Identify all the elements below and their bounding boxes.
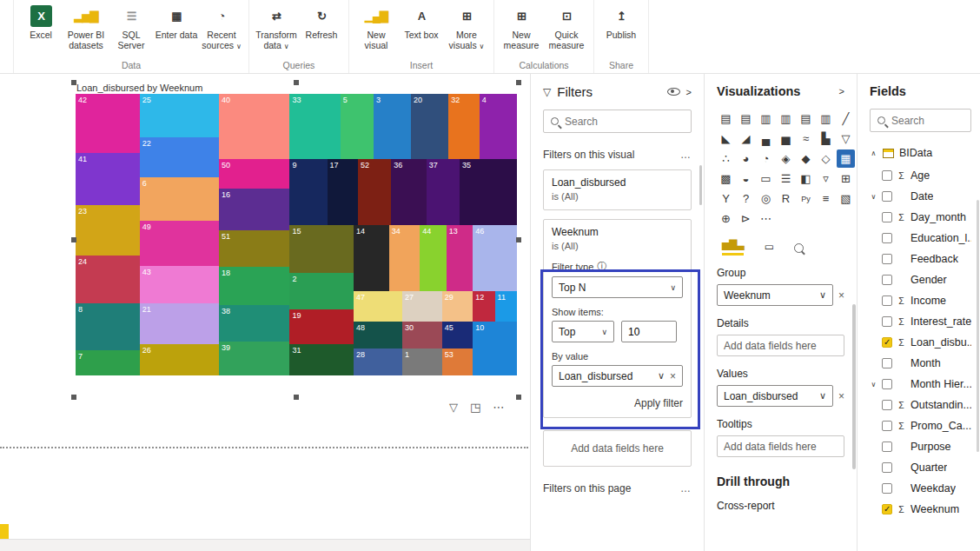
more-visuals-button[interactable]: ⊞ More visuals ∨ [445,5,488,52]
field-checkbox[interactable] [882,441,892,452]
fields-search-input[interactable] [891,115,963,127]
field-row[interactable]: Σ Loan_disbu... [870,332,971,353]
clustered-bar-chart-icon[interactable]: ▤ [737,110,755,128]
treemap-tile[interactable]: 22 [140,137,219,176]
100-stacked-bar-chart-icon[interactable]: ▤ [797,110,815,128]
treemap-tile[interactable]: 24 [76,256,140,303]
r-script-icon[interactable]: R [777,189,795,208]
publish-button[interactable]: ↥ Publish [599,5,643,42]
treemap-tile[interactable]: 35 [460,159,517,225]
treemap-tile[interactable]: 53 [442,349,473,375]
field-checkbox[interactable] [882,212,892,222]
treemap-tile[interactable]: 39 [219,342,289,375]
remove-field-icon[interactable]: × [838,289,844,302]
treemap-tile[interactable]: 52 [358,159,391,225]
field-row[interactable]: ∨ Month Hier... [870,374,971,395]
selection-handle[interactable] [71,395,76,400]
filter-card-weeknum[interactable]: Weeknum is (All) Filter type ⓘ Top N ∨ S… [543,219,692,418]
format-pane-tab[interactable]: ▭ [765,241,773,256]
section-more-icon[interactable]: … [680,149,692,161]
smart-narrative-icon[interactable]: ≡ [817,189,835,208]
treemap-tile[interactable]: 16 [219,189,289,231]
power-automate-icon[interactable]: ⊳ [737,209,755,228]
gauge-icon[interactable]: ◒ [737,169,755,188]
field-checkbox[interactable] [882,191,892,202]
field-row[interactable]: Quarter [870,457,971,478]
matrix-icon[interactable]: ▩ [717,169,735,188]
add-filter-fields-dropzone[interactable]: Add data fields here [543,430,692,467]
analytics-pane-tab[interactable] [794,243,804,256]
field-row[interactable]: Σ Day_month [870,207,971,228]
field-checkbox[interactable] [882,483,892,494]
treemap-tile[interactable]: 10 [473,322,517,375]
treemap-tile[interactable]: 50 [219,159,289,189]
treemap-tile[interactable]: 47 [354,291,402,322]
field-row[interactable]: Σ Interest_rate [870,311,971,332]
treemap-tile[interactable]: 23 [76,205,140,256]
filter-card-loan-disbursed[interactable]: Loan_disbursed is (All) [543,169,692,210]
group-field-pill[interactable]: Weeknum ∨ [717,284,833,306]
card-icon[interactable]: ▭ [757,169,775,188]
filters-search-input[interactable] [565,116,684,128]
treemap-tile[interactable]: 41 [76,153,140,205]
treemap-tile[interactable]: 13 [447,225,473,291]
treemap-tile[interactable]: 46 [473,225,517,291]
field-row[interactable]: Feedback [870,249,971,269]
by-value-field-pill[interactable]: Loan_disbursed ∨ × [552,365,683,387]
filter-type-dropdown[interactable]: Top N ∨ [552,276,683,298]
line-stacked-column-chart-icon[interactable]: ▄ [757,129,775,148]
selection-handle[interactable] [71,237,76,242]
field-checkbox[interactable] [882,275,892,285]
treemap-tile[interactable]: 21 [140,303,219,344]
area-chart-icon[interactable]: ◣ [717,129,735,148]
treemap-tile[interactable]: 43 [140,266,219,304]
stacked-area-chart-icon[interactable]: ◢ [737,129,755,148]
info-icon[interactable]: ⓘ [597,260,606,273]
field-checkbox[interactable] [882,421,892,431]
treemap-tile[interactable]: 37 [427,159,460,225]
get-more-visuals-icon[interactable]: ⋯ [757,209,775,228]
treemap-tile[interactable]: 2 [289,273,354,309]
field-row[interactable]: Σ Income [870,290,971,311]
new-measure-button[interactable]: ⊞ New measure [500,5,543,52]
treemap-tile[interactable]: 45 [442,322,473,349]
visualizations-scrollbar[interactable] [852,304,856,469]
treemap-tile[interactable]: 26 [140,344,219,375]
details-dropzone[interactable]: Add data fields here [717,335,844,356]
focus-mode-icon[interactable]: ◳ [470,401,480,414]
fields-pane-tab[interactable]: ▅▇▃ [722,238,744,256]
refresh-button[interactable]: ↻ Refresh [300,5,343,42]
selection-handle[interactable] [71,80,76,85]
sql-server-button[interactable]: ☰ SQL Server [109,5,153,52]
apply-filter-button[interactable]: Apply filter [552,397,683,409]
field-row[interactable]: Σ Promo_Ca... [870,415,971,436]
field-row[interactable]: Purpose [870,436,971,457]
treemap-icon[interactable]: ▦ [837,149,855,168]
stacked-bar-chart-icon[interactable]: ▤ [717,110,735,128]
line-clustered-column-chart-icon[interactable]: ▅ [777,129,795,148]
selection-handle[interactable] [294,80,299,85]
stacked-column-chart-icon[interactable]: ▥ [757,110,775,128]
python-icon[interactable]: Py [797,189,815,208]
treemap-tile[interactable]: 3 [374,94,411,159]
clustered-column-chart-icon[interactable]: ▥ [777,110,795,128]
100-stacked-column-chart-icon[interactable]: ▥ [817,110,835,128]
treemap-tile[interactable]: 17 [328,159,359,225]
treemap-tile[interactable]: 30 [402,322,442,349]
key-influencers-icon[interactable]: ◎ [757,189,775,208]
treemap-tile[interactable]: 40 [219,94,289,159]
field-row[interactable]: Σ Weeknum [870,499,971,520]
treemap-tile[interactable]: 6 [140,177,219,221]
excel-workbook-button[interactable]: X Excel [19,5,63,42]
field-checkbox[interactable] [882,316,892,327]
treemap-tile[interactable]: 19 [289,309,354,345]
field-checkbox[interactable] [882,337,892,348]
multi-row-card-icon[interactable]: ☰ [777,169,795,188]
field-checkbox[interactable] [882,358,892,368]
collapse-filters-icon[interactable]: > [686,87,692,97]
page-tab-sliver[interactable] [0,524,9,539]
treemap-tile[interactable]: 31 [289,344,354,375]
recent-sources-button[interactable]: ◔ Recent sources ∨ [200,5,243,52]
treemap-tile[interactable]: 48 [354,322,402,349]
eye-icon[interactable] [667,88,680,96]
